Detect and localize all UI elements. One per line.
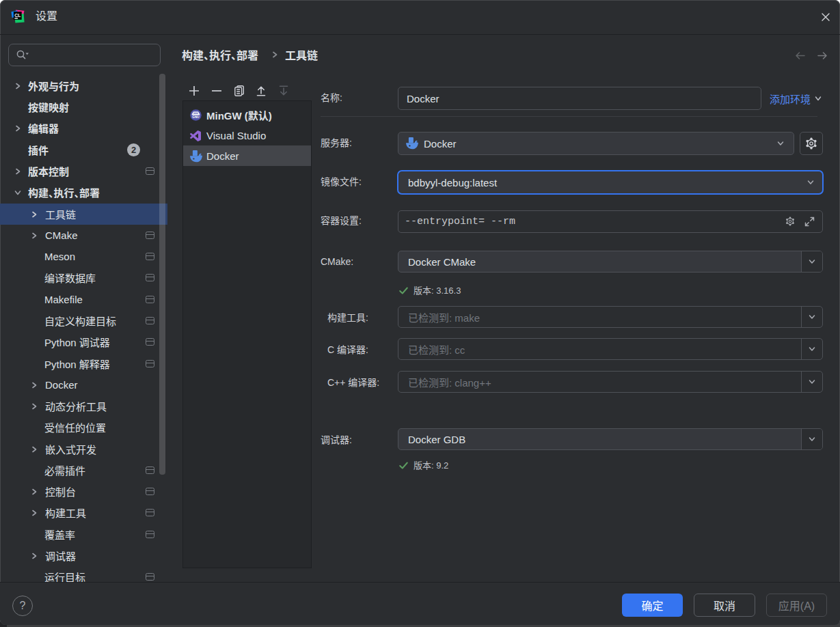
- svg-text:GNU: GNU: [192, 115, 200, 119]
- svg-text:CL: CL: [14, 13, 21, 18]
